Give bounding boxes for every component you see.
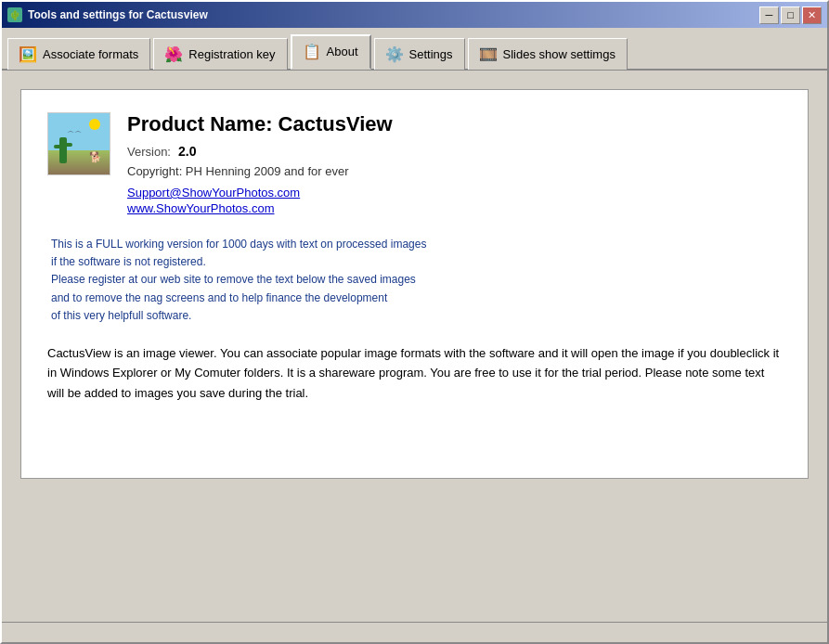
- close-button[interactable]: ✕: [802, 6, 822, 24]
- registration-icon: 🌺: [163, 44, 184, 64]
- app-icon: 🌵: [7, 7, 22, 22]
- associate-icon: 🖼️: [18, 44, 38, 64]
- maximize-button[interactable]: □: [781, 6, 800, 24]
- window-title: Tools and settings for Cactusview: [28, 8, 208, 21]
- tab-slideshow-label: Slides show settimgs: [503, 47, 615, 61]
- logo-cactus: [59, 137, 67, 163]
- slideshow-icon: 🎞️: [478, 44, 499, 64]
- version-label: Version:: [127, 145, 171, 159]
- logo-bird: ⌒⌒: [67, 130, 82, 140]
- website-link[interactable]: www.ShowYourPhotos.com: [127, 201, 393, 215]
- tab-settings[interactable]: ⚙️ Settings: [374, 38, 465, 70]
- version-value: 2.0: [178, 144, 196, 159]
- product-name: Product Name: CactusView: [127, 112, 393, 136]
- product-header: ⌒⌒ 🐕 Product Name: CactusView Version: 2…: [47, 112, 782, 217]
- product-info: Product Name: CactusView Version: 2.0 Co…: [127, 112, 393, 217]
- tab-registration[interactable]: 🌺 Registration key: [153, 38, 287, 70]
- product-logo: ⌒⌒ 🐕: [47, 112, 110, 175]
- description-text: CactusView is an image viewer. You can a…: [47, 343, 782, 403]
- tab-registration-label: Registration key: [188, 47, 275, 61]
- tab-associate[interactable]: 🖼️ Associate formats: [7, 38, 150, 70]
- content-area: ⌒⌒ 🐕 Product Name: CactusView Version: 2…: [2, 71, 827, 622]
- tab-about-label: About: [327, 45, 358, 58]
- about-icon: 📋: [302, 41, 322, 61]
- logo-dog: 🐕: [89, 151, 102, 163]
- status-bar: [2, 622, 827, 642]
- tab-associate-label: Associate formats: [43, 47, 138, 61]
- version-row: Version: 2.0: [127, 144, 393, 159]
- main-window: 🌵 Tools and settings for Cactusview ─ □ …: [0, 0, 829, 644]
- tab-about[interactable]: 📋 About: [291, 34, 371, 70]
- copyright-text: Copyright: PH Henning 2009 and for ever: [127, 164, 393, 178]
- notice-box: This is a FULL working version for 1000 …: [47, 236, 782, 325]
- minimize-button[interactable]: ─: [759, 6, 779, 24]
- logo-sun: [89, 119, 100, 130]
- about-panel: ⌒⌒ 🐕 Product Name: CactusView Version: 2…: [20, 89, 809, 479]
- tab-settings-label: Settings: [409, 47, 453, 61]
- title-bar-controls: ─ □ ✕: [759, 6, 822, 24]
- title-bar-left: 🌵 Tools and settings for Cactusview: [7, 7, 208, 22]
- settings-icon: ⚙️: [384, 44, 405, 64]
- email-link[interactable]: Support@ShowYourPhotos.com: [127, 186, 393, 200]
- title-bar: 🌵 Tools and settings for Cactusview ─ □ …: [2, 2, 827, 28]
- tab-bar: 🖼️ Associate formats 🌺 Registration key …: [2, 28, 827, 71]
- tab-slideshow[interactable]: 🎞️ Slides show settimgs: [468, 38, 628, 70]
- notice-text: This is a FULL working version for 1000 …: [51, 238, 426, 322]
